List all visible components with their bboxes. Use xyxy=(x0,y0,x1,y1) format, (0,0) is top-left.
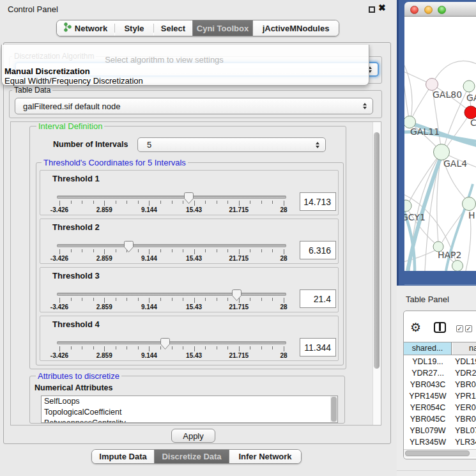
network-canvas[interactable]: GAL80GACGAL11GAL4HGCY1HAP2 xyxy=(404,17,476,271)
slider-tick xyxy=(149,249,150,254)
gear-icon[interactable]: ⚙ xyxy=(410,320,421,335)
table-row[interactable]: YPR145WYPR145W xyxy=(404,390,476,402)
network-edge[interactable] xyxy=(404,75,410,122)
table-row[interactable]: YER054CYER054C xyxy=(404,402,476,413)
slider-tick-label: -3.426 xyxy=(50,255,68,262)
network-window-bottom-line xyxy=(404,284,476,285)
threshold-panel-2: Threshold 2-3.4262.8599.14415.4321.71528… xyxy=(40,219,339,264)
slider-tick xyxy=(284,346,284,351)
tab-style[interactable]: Style xyxy=(115,20,153,36)
slider-tick xyxy=(82,201,82,204)
slider-tick xyxy=(194,201,195,206)
checkbox-icon[interactable]: ✓ xyxy=(465,325,472,332)
slider-track[interactable] xyxy=(57,196,286,199)
cell-name: YDL19... xyxy=(455,356,476,367)
threshold-value-field[interactable]: 11.344 xyxy=(300,338,336,357)
slider-tick xyxy=(138,201,139,204)
attribute-list-item[interactable]: SelfLoops xyxy=(42,396,337,407)
network-node-label: GAL80 xyxy=(433,89,462,100)
network-node-c[interactable] xyxy=(464,106,476,119)
slider-track[interactable] xyxy=(57,244,286,247)
slider-tick xyxy=(250,298,250,301)
popup-item-manual-discretization[interactable]: Manual Discretization xyxy=(4,66,90,76)
numerical-attributes-label: Numerical Attributes xyxy=(35,383,112,392)
threshold-value-field[interactable]: 21.4 xyxy=(300,289,336,308)
checkbox-icon[interactable]: ✓ xyxy=(456,325,463,332)
slider-tick xyxy=(138,298,139,301)
slider-tick xyxy=(71,346,72,349)
attribute-list-item[interactable]: TopologicalCoefficient xyxy=(42,407,337,418)
slider-thumb[interactable] xyxy=(232,289,242,303)
column-view-icon[interactable] xyxy=(434,322,446,333)
slider-tick-label: 9.144 xyxy=(141,206,157,213)
table-row[interactable]: YLR345WYLR345W xyxy=(404,436,476,448)
threshold-value-field[interactable]: 6.316 xyxy=(300,241,336,259)
bottom-tabs: Impute DataDiscretize DataInfer Network xyxy=(91,449,302,464)
slider-tick xyxy=(104,249,105,254)
float-window-icon[interactable] xyxy=(369,6,375,13)
network-node-label: C xyxy=(470,118,476,128)
slider-tick xyxy=(183,249,183,252)
cell-shared-name: YLR345W xyxy=(404,436,452,448)
network-node-gal4[interactable] xyxy=(434,144,450,160)
traffic-light-minimize-icon[interactable] xyxy=(424,6,433,14)
close-panel-icon[interactable]: ✖ xyxy=(378,3,386,13)
table-hscrollbar-thumb[interactable] xyxy=(405,450,470,456)
tab-label: Infer Network xyxy=(238,452,291,461)
slider-track[interactable] xyxy=(57,293,286,296)
network-window-titlebar[interactable] xyxy=(404,2,476,17)
algorithm-dropdown-popup: Select algorithm to view settings Manual… xyxy=(1,45,369,86)
threshold-label: Threshold 2 xyxy=(52,222,100,232)
bottom-tab-impute-data[interactable]: Impute Data xyxy=(92,450,154,463)
slider-tick xyxy=(104,298,105,303)
threshold-label: Threshold 3 xyxy=(52,271,100,280)
slider-thumb[interactable] xyxy=(184,192,194,206)
network-edge[interactable] xyxy=(404,51,412,119)
slider-thumb[interactable] xyxy=(124,241,134,255)
slider-tick xyxy=(261,201,262,204)
slider-tick xyxy=(217,249,217,252)
tab-network[interactable]: Network xyxy=(57,20,114,36)
slider-tick xyxy=(227,249,228,252)
table-row[interactable]: YBR043CYBR043C xyxy=(404,379,476,390)
numerical-attributes-list[interactable]: SelfLoopsTopologicalCoefficientBetweenne… xyxy=(41,395,338,423)
network-node-gal80[interactable] xyxy=(426,79,438,91)
slider-tick-label: 2.859 xyxy=(96,352,112,359)
slider-tick-label: -3.426 xyxy=(50,206,68,213)
network-node-label: GAL4 xyxy=(443,158,467,169)
table-row[interactable]: YBR045CYBR045C xyxy=(404,413,476,425)
num-intervals-combobox[interactable]: 5 xyxy=(137,137,326,152)
slider-tick-label: 2.859 xyxy=(96,206,112,213)
attributes-list-scrollbar-thumb[interactable] xyxy=(331,397,337,422)
network-node-ga[interactable] xyxy=(463,81,475,92)
network-edge[interactable] xyxy=(408,152,441,203)
table-header-row: shared... name xyxy=(404,342,476,355)
apply-button[interactable]: Apply xyxy=(171,429,215,443)
network-node-gcy1[interactable] xyxy=(404,200,411,211)
bottom-tab-infer-network[interactable]: Infer Network xyxy=(229,450,301,463)
threshold-value-field[interactable]: 14.713 xyxy=(300,192,336,211)
table-header-name[interactable]: name xyxy=(452,342,476,355)
slider-tick-label: 28 xyxy=(280,352,287,359)
table-header-shared-name[interactable]: shared... xyxy=(404,342,452,355)
slider-tick xyxy=(272,249,273,252)
tab-select[interactable]: Select xyxy=(154,20,192,36)
slider-thumb[interactable] xyxy=(160,338,170,352)
traffic-light-zoom-icon[interactable] xyxy=(438,6,446,14)
traffic-light-close-icon[interactable] xyxy=(410,6,418,14)
slider-track[interactable] xyxy=(57,341,286,344)
network-node-h[interactable] xyxy=(463,197,476,211)
tab-jactivemnodules[interactable]: jActiveMNodules xyxy=(253,20,339,36)
tab-cyni-toolbox[interactable]: Cyni Toolbox xyxy=(192,20,253,36)
table-row[interactable]: YBL079WYBL079W xyxy=(404,425,476,436)
network-node[interactable] xyxy=(452,261,463,272)
slider-tick-label: 9.144 xyxy=(141,352,157,359)
table-data-combobox[interactable]: galFiltered.sif default node xyxy=(15,98,373,114)
attribute-list-item[interactable]: BetweennessCentrality xyxy=(42,418,337,423)
table-row[interactable]: YDR27...YDR27... xyxy=(404,367,476,379)
bottom-tab-discretize-data[interactable]: Discretize Data xyxy=(154,450,229,463)
popup-item-equal-width-frequency-discretization[interactable]: Equal Width/Frequency Discretization xyxy=(4,76,143,86)
vertical-scrollbar-thumb[interactable] xyxy=(374,132,380,369)
table-row[interactable]: YDL19...YDL19... xyxy=(404,356,476,367)
slider-tick xyxy=(239,249,240,254)
